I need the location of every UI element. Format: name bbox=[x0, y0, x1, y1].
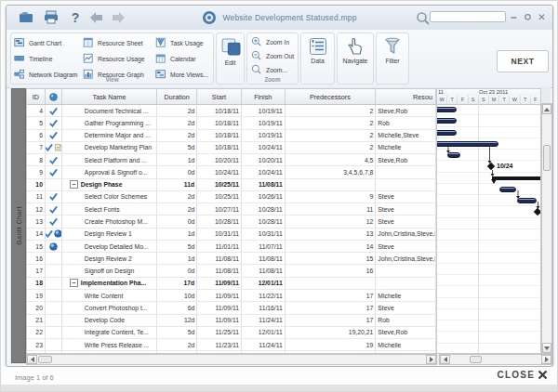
table-row-12[interactable]: 12Select Fonts2d10/27/1110/28/1111Steve bbox=[27, 203, 436, 216]
timescale-day-label: W bbox=[510, 96, 520, 104]
cell-duration: 17d bbox=[157, 278, 197, 289]
minimize-icon[interactable] bbox=[510, 12, 521, 23]
view-item-resource-sheet[interactable]: Resource Sheet bbox=[83, 35, 155, 51]
cell-indicator bbox=[46, 229, 62, 240]
view-item-timeline[interactable]: Timeline bbox=[14, 51, 83, 67]
gantt-task-bar-8[interactable] bbox=[447, 152, 460, 158]
view-item-calendar[interactable]: Calendar bbox=[155, 51, 213, 67]
filter-button[interactable]: Filter bbox=[377, 37, 408, 64]
gantt-task-bar-11[interactable] bbox=[499, 187, 516, 192]
view-item-resource-usage[interactable]: Resource Usage bbox=[83, 51, 155, 67]
ribbon-group-view: Gantt ChartTimelineNetwork DiagramResour… bbox=[10, 33, 214, 85]
table-row-16[interactable]: 16Design Review 21d11/08/1111/08/1115Joh… bbox=[27, 253, 436, 265]
help-icon[interactable]: ? bbox=[68, 10, 83, 25]
table-row-22[interactable]: 22Integrate Content, Te...5d11/25/1112/0… bbox=[27, 327, 436, 339]
cell-finish: 11/22/11 bbox=[242, 290, 286, 301]
collapse-icon[interactable]: − bbox=[70, 279, 78, 287]
timescale-day-label: M bbox=[489, 96, 499, 104]
maximize-icon[interactable] bbox=[524, 12, 535, 23]
column-header-predecessors[interactable]: Predecessors bbox=[286, 89, 377, 104]
cell-resources: Steve bbox=[376, 191, 436, 203]
collapse-icon[interactable]: − bbox=[70, 180, 78, 189]
zoom-item-zoom[interactable]: Zoom... bbox=[251, 63, 299, 77]
scroll-down-button[interactable] bbox=[542, 343, 551, 353]
cell-resources: Steve bbox=[376, 302, 436, 313]
gantt-task-bar-12[interactable] bbox=[517, 198, 537, 203]
cell-predecessors: 16 bbox=[286, 265, 377, 276]
column-header-task-name[interactable]: Task Name bbox=[62, 89, 157, 104]
scroll-left-button[interactable] bbox=[27, 355, 37, 364]
search-icon bbox=[416, 11, 431, 26]
table-row-18[interactable]: 18−Implementation Pha...17d11/09/1112/01… bbox=[27, 278, 436, 290]
table-row-8[interactable]: 8Select Platform and ...1d10/20/1110/20/… bbox=[27, 154, 436, 166]
gantt-horizontal-scrollbar[interactable] bbox=[439, 354, 552, 365]
scroll-right-button[interactable] bbox=[426, 355, 436, 364]
table-row-23[interactable]: 23Write Press Release ...2d11/23/1111/24… bbox=[27, 339, 436, 351]
gantt-scroll-thumb[interactable] bbox=[470, 356, 482, 363]
table-row-5[interactable]: 5Gather Programming ...2d10/18/1110/19/1… bbox=[27, 117, 436, 129]
table-row-4[interactable]: 4Document Technical ...2d10/18/1110/19/1… bbox=[27, 105, 436, 117]
scroll-right-button[interactable] bbox=[541, 355, 551, 364]
back-arrow-icon[interactable] bbox=[88, 10, 103, 25]
table-row-10[interactable]: 10−Design Phase11d10/25/1111/08/11 bbox=[27, 179, 436, 191]
open-folder-icon[interactable] bbox=[19, 10, 33, 25]
cell-start: 10/25/11 bbox=[197, 179, 242, 190]
gantt-milestone-13[interactable] bbox=[534, 208, 541, 216]
forward-arrow-icon[interactable] bbox=[112, 10, 126, 25]
scroll-left-button[interactable] bbox=[440, 355, 450, 364]
table-row-7[interactable]: 7Develop Marketing Plan5d10/18/1110/24/1… bbox=[27, 142, 436, 154]
search-input[interactable] bbox=[430, 11, 506, 22]
scroll-up-button[interactable] bbox=[542, 104, 551, 114]
navigate-button[interactable]: Navigate bbox=[338, 37, 373, 64]
close-window-icon[interactable] bbox=[538, 12, 549, 23]
table-horizontal-scrollbar[interactable] bbox=[26, 354, 437, 365]
view-item-gantt-chart[interactable]: Gantt Chart bbox=[14, 35, 83, 51]
gantt-task-bar-4[interactable] bbox=[437, 107, 457, 112]
table-row-13[interactable]: 13Create Photoshop M...0d10/28/1110/28/1… bbox=[27, 216, 436, 228]
cell-task-name: Document Technical ... bbox=[62, 105, 158, 116]
cell-predecessors: 9 bbox=[286, 191, 377, 203]
gantt-task-bar-5[interactable] bbox=[437, 118, 457, 124]
data-button[interactable]: Data bbox=[301, 37, 334, 64]
zoom-item-zoom-out[interactable]: Zoom Out bbox=[251, 49, 299, 63]
edit-button[interactable]: Edit bbox=[217, 37, 244, 66]
cell-resources: Steve bbox=[376, 216, 436, 227]
column-header-duration[interactable]: Duration bbox=[157, 89, 197, 104]
close-viewer-button[interactable]: CLOSE bbox=[498, 370, 548, 380]
table-row-11[interactable]: 11Select Color Schemes2d10/25/1110/26/11… bbox=[27, 191, 436, 203]
gantt-task-bar-6[interactable] bbox=[437, 130, 457, 136]
gantt-summary-bar-10[interactable] bbox=[492, 176, 541, 180]
vertical-scroll-thumb[interactable] bbox=[543, 145, 551, 171]
view-side-tab[interactable]: Gantt Chart bbox=[11, 88, 26, 363]
column-header-id[interactable]: ID bbox=[27, 89, 46, 104]
table-row-20[interactable]: 20Convert Photoshop t...6d11/09/1111/16/… bbox=[27, 302, 436, 314]
cell-task-name: Approval & Signoff o... bbox=[62, 166, 158, 177]
column-header-indicator[interactable] bbox=[46, 89, 62, 104]
table-row-6[interactable]: 6Determine Major and ...2d10/18/1110/19/… bbox=[27, 130, 436, 142]
view-item-task-usage[interactable]: Task Usage bbox=[155, 35, 213, 51]
gantt-vertical-scrollbar[interactable] bbox=[541, 103, 552, 354]
column-header-start[interactable]: Start bbox=[197, 89, 242, 104]
table-row-19[interactable]: 19Write Content10d11/09/1111/22/1117Mich… bbox=[27, 290, 436, 302]
cell-resources: Steve,Rob bbox=[376, 154, 436, 165]
cell-resources: Steve,Rob bbox=[376, 105, 436, 116]
column-header-finish[interactable]: Finish bbox=[242, 89, 286, 104]
table-row-9[interactable]: 9Approval & Signoff o...0d10/24/1110/24/… bbox=[27, 166, 436, 178]
next-button[interactable]: NEXT bbox=[497, 50, 549, 72]
gantt-milestone-9[interactable] bbox=[487, 163, 495, 170]
table-row-14[interactable]: 14Design Review 11d10/31/1110/31/1113Joh… bbox=[27, 229, 436, 241]
gantt-row-line bbox=[437, 183, 540, 184]
timescale-day-label: F bbox=[531, 96, 541, 104]
table-row-21[interactable]: 21Develop Code12d11/09/1111/24/1117Rob bbox=[27, 315, 436, 327]
cell-predecessors bbox=[286, 278, 377, 289]
side-tab-label: Gantt Chart bbox=[16, 206, 22, 245]
zoom-item-zoom-in[interactable]: Zoom In bbox=[251, 35, 299, 49]
table-scroll-thumb[interactable] bbox=[38, 356, 52, 363]
column-header-resou[interactable]: Resou bbox=[376, 89, 436, 104]
table-row-15[interactable]: 15Develop Detailed Mo...5d11/01/1111/07/… bbox=[27, 241, 436, 253]
cell-task-name: Develop Detailed Mo... bbox=[62, 241, 158, 252]
cell-indicator bbox=[46, 315, 62, 326]
table-row-17[interactable]: 17Signoff on Design0d11/08/1111/08/1116 bbox=[27, 265, 436, 277]
gantt-task-bar-7[interactable] bbox=[437, 141, 498, 147]
print-icon[interactable] bbox=[44, 10, 59, 25]
